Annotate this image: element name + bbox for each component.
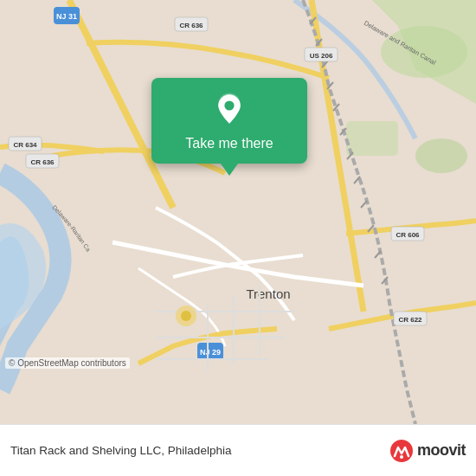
svg-text:CR 634: CR 634 bbox=[13, 141, 37, 149]
footer-bar: Titan Rack and Shelving LLC, Philadelphi… bbox=[0, 424, 476, 476]
location-pin-icon bbox=[212, 92, 247, 126]
svg-text:NJ 31: NJ 31 bbox=[56, 12, 77, 21]
svg-text:CR 636: CR 636 bbox=[30, 158, 55, 166]
moovit-icon bbox=[389, 439, 414, 463]
svg-point-43 bbox=[181, 311, 191, 321]
svg-text:Trenton: Trenton bbox=[246, 286, 290, 301]
svg-point-45 bbox=[224, 100, 234, 110]
svg-text:CR 622: CR 622 bbox=[398, 316, 422, 324]
svg-point-4 bbox=[415, 138, 467, 173]
svg-text:US 206: US 206 bbox=[310, 52, 333, 60]
svg-text:NJ 29: NJ 29 bbox=[200, 348, 221, 357]
popup-card: Take me there bbox=[151, 78, 307, 164]
svg-point-46 bbox=[390, 440, 413, 462]
svg-rect-3 bbox=[346, 121, 398, 156]
take-me-there-button[interactable]: Take me there bbox=[185, 135, 273, 151]
moovit-brand-name: moovit bbox=[417, 441, 466, 460]
map-attribution: © OpenStreetMap contributors bbox=[5, 357, 130, 369]
svg-point-47 bbox=[400, 455, 403, 459]
moovit-logo: moovit bbox=[389, 439, 466, 463]
business-name-label: Titan Rack and Shelving LLC, Philadelphi… bbox=[10, 444, 389, 457]
svg-text:CR 606: CR 606 bbox=[396, 231, 420, 239]
svg-text:CR 636: CR 636 bbox=[179, 22, 203, 29]
map-view: NJ 31 CR 636 CR 636 CR 634 US 206 CR 606… bbox=[0, 0, 476, 424]
